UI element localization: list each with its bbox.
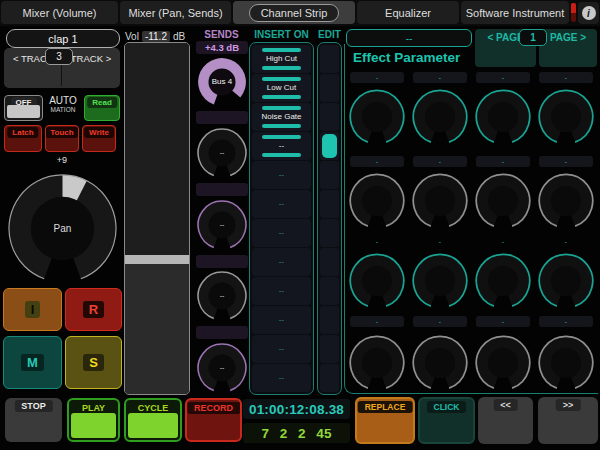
param-knob-3[interactable] bbox=[474, 88, 532, 146]
insert-slot-7[interactable]: -- bbox=[252, 219, 311, 247]
send-knob-label: -- bbox=[196, 221, 248, 228]
replace-button[interactable]: REPLACE bbox=[355, 397, 415, 444]
automation-write-button[interactable]: Write bbox=[82, 125, 116, 152]
param-knob-graphic bbox=[411, 172, 469, 230]
page-next-button[interactable]: PAGE > bbox=[539, 29, 597, 67]
insert-slot-8[interactable]: -- bbox=[252, 248, 311, 276]
stop-button[interactable]: STOP bbox=[5, 398, 62, 442]
edit-slot-7[interactable] bbox=[320, 219, 339, 247]
param-knob-11[interactable] bbox=[474, 252, 532, 310]
edit-slots-panel bbox=[317, 42, 342, 395]
automation-read-button[interactable]: Read bbox=[84, 95, 120, 121]
param-knob-1[interactable] bbox=[348, 88, 406, 146]
play-button[interactable]: PLAY bbox=[67, 398, 120, 442]
tab-label: Mixer (Volume) bbox=[23, 7, 97, 19]
send-knob-4[interactable]: -- bbox=[196, 270, 248, 322]
automation-latch-button[interactable]: Latch bbox=[4, 125, 42, 152]
edit-slot-1[interactable] bbox=[320, 45, 339, 73]
record-button[interactable]: RECORD bbox=[185, 398, 242, 442]
automation-touch-button[interactable]: Touch bbox=[45, 125, 79, 152]
param-knob-graphic bbox=[537, 88, 595, 146]
send-knob-2[interactable]: -- bbox=[196, 127, 248, 179]
edit-slot-8[interactable] bbox=[320, 248, 339, 276]
insert-slot-5[interactable]: -- bbox=[252, 161, 311, 189]
insert-slot-6[interactable]: -- bbox=[252, 190, 311, 218]
volume-value: -11.2 bbox=[142, 31, 170, 42]
param-value-display-4: - bbox=[539, 72, 593, 83]
send-value-display-5 bbox=[196, 326, 248, 339]
param-knob-12[interactable] bbox=[537, 252, 595, 310]
automation-write-label: Write bbox=[84, 127, 114, 138]
pan-knob[interactable]: Pan bbox=[5, 171, 120, 286]
param-knob-9[interactable] bbox=[348, 252, 406, 310]
insert-on-bar bbox=[262, 124, 301, 128]
insert-slot-10[interactable]: -- bbox=[252, 306, 311, 334]
insert-on-bar bbox=[262, 77, 301, 81]
insert-slot-1[interactable]: High Cut bbox=[252, 45, 311, 73]
param-value-display-8: - bbox=[539, 156, 593, 167]
info-button[interactable]: i bbox=[578, 2, 599, 24]
send-knob-label: -- bbox=[196, 149, 248, 156]
param-knob-5[interactable] bbox=[348, 172, 406, 230]
insert-slot-4[interactable]: -- bbox=[252, 132, 311, 160]
automation-section-label: AUTO MATION bbox=[44, 96, 82, 114]
param-knob-4[interactable] bbox=[537, 88, 595, 146]
param-knob-6[interactable] bbox=[411, 172, 469, 230]
insert-label: -- bbox=[279, 345, 284, 353]
edit-slot-6[interactable] bbox=[320, 190, 339, 218]
record-enable-button[interactable]: R bbox=[65, 288, 122, 331]
param-knob-14[interactable] bbox=[411, 334, 469, 392]
click-button[interactable]: CLICK bbox=[418, 397, 475, 444]
volume-label: Vol bbox=[125, 31, 139, 42]
send-knob-1[interactable]: Bus 4 bbox=[196, 56, 248, 108]
send-knob-3[interactable]: -- bbox=[196, 199, 248, 251]
edit-slot-12[interactable] bbox=[320, 364, 339, 392]
automation-touch-label: Touch bbox=[45, 127, 78, 138]
edit-slot-5[interactable] bbox=[320, 161, 339, 189]
replace-label: REPLACE bbox=[358, 401, 413, 413]
param-knob-8[interactable] bbox=[537, 172, 595, 230]
cycle-button[interactable]: CYCLE bbox=[124, 398, 182, 442]
param-knob-10[interactable] bbox=[411, 252, 469, 310]
record-label: RECORD bbox=[187, 402, 240, 414]
automation-off-button[interactable]: OFF bbox=[4, 95, 43, 121]
volume-fader[interactable] bbox=[124, 42, 190, 395]
pan-knob-label: Pan bbox=[5, 223, 120, 234]
solo-button[interactable]: S bbox=[65, 336, 122, 389]
track-number: 3 bbox=[56, 51, 62, 62]
edit-slot-9[interactable] bbox=[320, 277, 339, 305]
insert-on-bar bbox=[262, 153, 301, 157]
tab-mixer-volume[interactable]: Mixer (Volume) bbox=[1, 1, 118, 24]
rewind-button[interactable]: << bbox=[478, 397, 533, 444]
insert-slot-2[interactable]: Low Cut bbox=[252, 74, 311, 102]
mute-button[interactable]: M bbox=[3, 336, 62, 389]
tab-software-instrument[interactable]: Software Instrument bbox=[461, 1, 569, 24]
send-knob-5[interactable]: -- bbox=[196, 342, 248, 394]
input-monitor-button[interactable]: I bbox=[3, 288, 62, 331]
tab-channel-strip[interactable]: Channel Strip bbox=[233, 1, 355, 24]
param-knob-2[interactable] bbox=[411, 88, 469, 146]
edit-slot-10[interactable] bbox=[320, 306, 339, 334]
tab-label-selected: Channel Strip bbox=[249, 4, 340, 22]
param-knob-16[interactable] bbox=[537, 334, 595, 392]
param-knob-13[interactable] bbox=[348, 334, 406, 392]
insert-label: -- bbox=[279, 171, 284, 179]
insert-label: -- bbox=[279, 258, 284, 266]
insert-slot-3[interactable]: Noise Gate bbox=[252, 103, 311, 131]
insert-slot-12[interactable]: -- bbox=[252, 364, 311, 392]
forward-button[interactable]: >> bbox=[538, 397, 598, 444]
inserts-title: INSERT ON bbox=[249, 29, 314, 40]
edit-slot-2[interactable] bbox=[320, 74, 339, 102]
tab-equalizer[interactable]: Equalizer bbox=[357, 1, 459, 24]
insert-slot-11[interactable]: -- bbox=[252, 335, 311, 363]
solo-label: S bbox=[83, 354, 104, 371]
fader-handle[interactable] bbox=[125, 255, 189, 264]
param-knob-7[interactable] bbox=[474, 172, 532, 230]
edit-slot-4[interactable] bbox=[320, 132, 339, 160]
param-knob-15[interactable] bbox=[474, 334, 532, 392]
insert-label: -- bbox=[279, 287, 284, 295]
edit-slot-3[interactable] bbox=[320, 103, 339, 131]
edit-slot-11[interactable] bbox=[320, 335, 339, 363]
insert-slot-9[interactable]: -- bbox=[252, 277, 311, 305]
tab-mixer-pan-sends[interactable]: Mixer (Pan, Sends) bbox=[120, 1, 231, 24]
